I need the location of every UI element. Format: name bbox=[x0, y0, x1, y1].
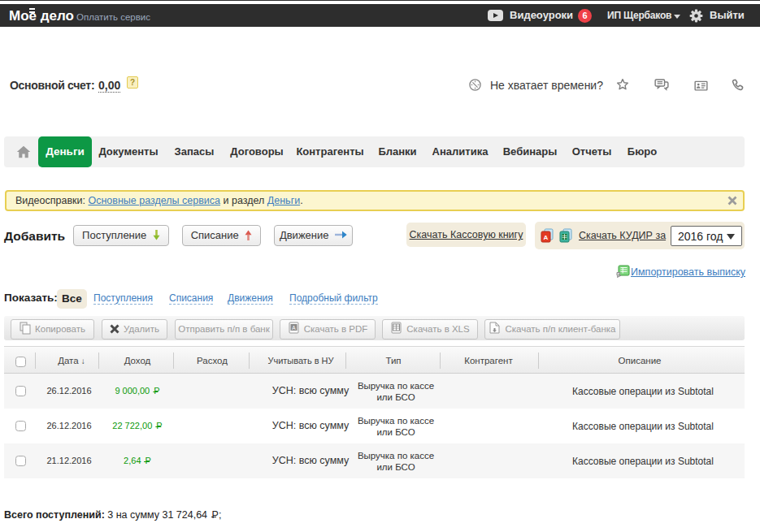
svg-text:A: A bbox=[292, 325, 296, 331]
svg-text:A: A bbox=[544, 234, 549, 241]
